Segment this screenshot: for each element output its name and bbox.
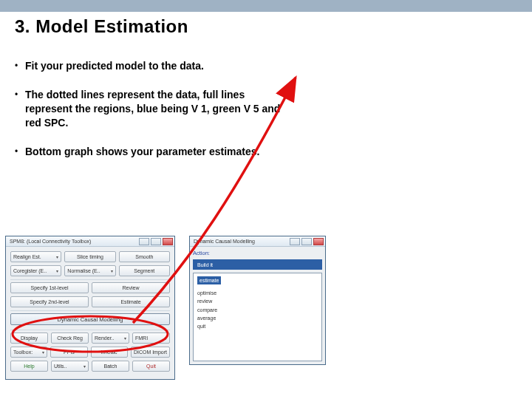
dcm-window: Dynamic Causal Modelling Action: Build i… xyxy=(189,236,326,365)
maximize-icon[interactable] xyxy=(301,238,312,245)
list-item[interactable]: compare xyxy=(197,306,318,314)
window-title: SPM8: (Local Connectivity Toolbox) xyxy=(7,239,91,244)
bullet-marker: • xyxy=(15,145,25,157)
minimize-icon[interactable] xyxy=(139,238,149,245)
spm-body: Realign Est.▾ Slice timing Smooth Coregi… xyxy=(6,247,174,379)
list-item[interactable]: optimise xyxy=(197,289,318,297)
window-title: Dynamic Causal Modelling xyxy=(191,239,255,244)
title-container: 3. Model Estimation xyxy=(0,12,532,41)
list-item-estimate[interactable]: estimate xyxy=(197,276,221,284)
bullet-item: • Fit your predicted model to the data. xyxy=(15,59,288,73)
slide-title: 3. Model Estimation xyxy=(15,16,517,37)
window-controls xyxy=(290,238,324,245)
estimate-button[interactable]: Estimate xyxy=(92,296,170,307)
slice-timing-button[interactable]: Slice timing xyxy=(64,251,115,262)
separator xyxy=(10,330,170,330)
close-icon[interactable] xyxy=(163,238,173,245)
action-list[interactable]: estimate optimise review compare average… xyxy=(193,273,322,361)
chevron-down-icon: ▾ xyxy=(83,364,86,369)
action-label: Action: xyxy=(193,250,322,256)
bullet-text: Bottom graph shows your parameter estima… xyxy=(25,145,259,159)
chevron-down-icon: ▾ xyxy=(56,268,58,273)
utils-dropdown[interactable]: Utils..▾ xyxy=(51,361,89,372)
chevron-down-icon: ▾ xyxy=(42,349,44,355)
window-titlebar: Dynamic Causal Modelling xyxy=(190,236,325,247)
normalise-dropdown[interactable]: Normalise (E..▾ xyxy=(64,265,115,276)
list-item[interactable]: quit xyxy=(197,322,318,330)
bullet-marker: • xyxy=(15,88,25,100)
bullet-item: • The dotted lines represent the data, f… xyxy=(15,88,288,130)
render-dropdown[interactable]: Render..▾ xyxy=(92,332,129,344)
bullet-text: Fit your predicted model to the data. xyxy=(25,59,204,73)
bullet-item: • Bottom graph shows your parameter esti… xyxy=(15,145,288,159)
screenshots-row: SPM8: (Local Connectivity Toolbox) Reali… xyxy=(0,236,532,399)
smooth-button[interactable]: Smooth xyxy=(119,251,170,262)
list-item[interactable]: review xyxy=(197,297,318,305)
coregister-dropdown[interactable]: Coregister (E..▾ xyxy=(10,265,61,276)
close-icon[interactable] xyxy=(313,238,324,245)
window-controls xyxy=(139,238,173,245)
imcalc-button[interactable]: ImCalc xyxy=(91,347,128,358)
specify-2nd-level-button[interactable]: Specify 2nd-level xyxy=(10,296,89,307)
check-reg-button[interactable]: Check Reg xyxy=(51,332,89,344)
spm-window: SPM8: (Local Connectivity Toolbox) Reali… xyxy=(5,236,175,380)
maximize-icon[interactable] xyxy=(151,238,161,245)
chevron-down-icon: ▾ xyxy=(124,335,126,341)
dcm-button[interactable]: Dynamic Causal Modelling xyxy=(10,313,170,325)
bullet-text: The dotted lines represent the data, ful… xyxy=(25,88,288,130)
bullet-marker: • xyxy=(15,59,25,72)
review-button[interactable]: Review xyxy=(92,282,170,293)
help-button[interactable]: Help xyxy=(10,361,48,372)
specify-1st-level-button[interactable]: Specify 1st-level xyxy=(10,282,89,293)
list-item[interactable]: average xyxy=(197,314,318,322)
display-button[interactable]: Display xyxy=(10,332,48,344)
segment-button[interactable]: Segment xyxy=(119,265,170,276)
separator xyxy=(10,310,170,311)
chevron-down-icon: ▾ xyxy=(111,268,113,273)
toolbox-dropdown[interactable]: Toolbox:▾ xyxy=(10,347,47,358)
dcm-body: Action: Build it estimate optimise revie… xyxy=(190,247,325,364)
batch-button[interactable]: Batch xyxy=(92,361,129,372)
chevron-down-icon: ▾ xyxy=(165,335,167,341)
quit-button[interactable]: Quit xyxy=(132,361,170,372)
chevron-down-icon: ▾ xyxy=(56,254,58,259)
separator xyxy=(10,279,170,280)
window-titlebar: SPM8: (Local Connectivity Toolbox) xyxy=(6,236,174,247)
minimize-icon[interactable] xyxy=(290,238,300,245)
bullet-list: • Fit your predicted model to the data. … xyxy=(15,59,288,173)
fmri-dropdown[interactable]: FMRI▾ xyxy=(132,332,170,344)
action-selected[interactable]: Build it xyxy=(193,259,322,270)
dicom-import-button[interactable]: DICOM Import xyxy=(131,347,170,358)
realign-dropdown[interactable]: Realign Est.▾ xyxy=(10,251,61,262)
ppis-button[interactable]: PPIs xyxy=(50,347,87,358)
